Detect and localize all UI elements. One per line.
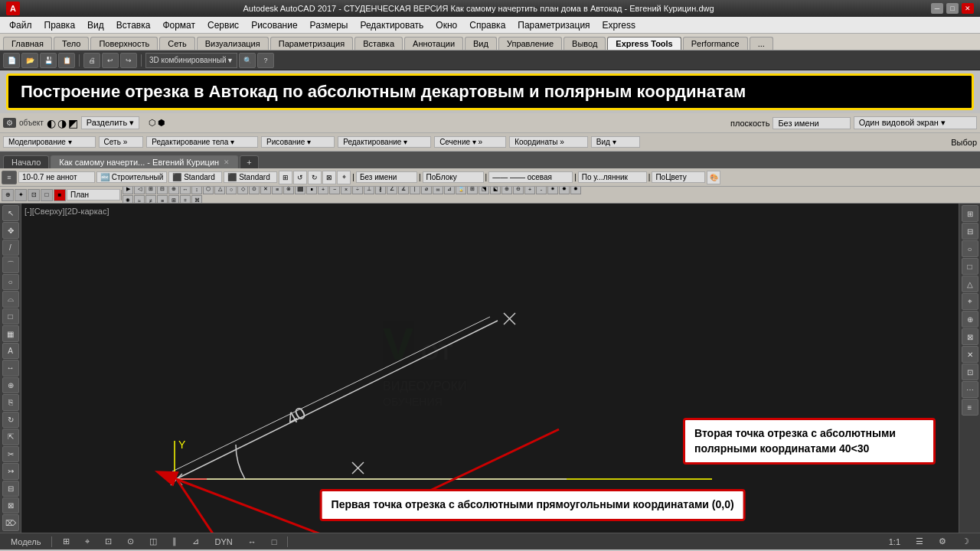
si26[interactable]: ∣: [410, 187, 420, 194]
right-tool-1[interactable]: ⊞: [962, 205, 978, 222]
edit-combo[interactable]: Редактирование ▾: [338, 136, 431, 148]
menu-insert[interactable]: Вставка: [110, 18, 157, 32]
tool-arc[interactable]: ⌓: [2, 291, 19, 307]
tool-circle[interactable]: ○: [2, 274, 19, 290]
workspace-combo[interactable]: 3D комбинированный ▼: [145, 53, 237, 68]
status-lw[interactable]: ↔: [243, 537, 261, 546]
right-tool-6[interactable]: ⌖: [962, 293, 978, 310]
status-extra[interactable]: ☽: [957, 536, 974, 546]
status-settings[interactable]: ⚙: [934, 536, 951, 546]
btn-group1-4[interactable]: ⊠: [322, 171, 336, 184]
small-btn1[interactable]: ⊕: [2, 189, 14, 201]
tool-select[interactable]: ↖: [2, 205, 19, 221]
si10[interactable]: ○: [226, 187, 237, 194]
si43[interactable]: ≠: [145, 195, 156, 204]
si45[interactable]: ⊞: [168, 195, 179, 204]
status-otrack[interactable]: ∥: [168, 536, 181, 546]
si18[interactable]: +: [318, 187, 328, 194]
si11[interactable]: ◇: [237, 187, 248, 194]
tab-parametrics[interactable]: Параметризация: [270, 37, 353, 50]
minimize-button[interactable]: ─: [931, 3, 943, 14]
tool-move[interactable]: ⊕: [2, 377, 19, 393]
style-combo[interactable]: 🔤 Строительный: [96, 171, 167, 183]
status-ducs[interactable]: ⊿: [188, 536, 204, 546]
mesh-combo[interactable]: Сеть »: [99, 136, 144, 148]
btn-group1-1[interactable]: ⊞: [279, 171, 292, 184]
si40[interactable]: ✹: [570, 187, 581, 194]
tool-rotate[interactable]: ↻: [2, 412, 19, 428]
si17[interactable]: ∎: [306, 187, 317, 194]
tool-trim[interactable]: ✂: [2, 446, 19, 462]
si7[interactable]: ↕: [191, 187, 202, 194]
menu-draw[interactable]: Рисование: [245, 18, 303, 32]
tab-view[interactable]: Вид: [465, 37, 497, 50]
si6[interactable]: ↔: [180, 187, 191, 194]
close-button[interactable]: ✕: [962, 3, 974, 14]
tool-dim[interactable]: ↔: [2, 360, 19, 376]
status-tp[interactable]: □: [267, 537, 282, 546]
section-combo[interactable]: Сечение ▾ »: [434, 136, 506, 148]
maximize-button[interactable]: □: [946, 3, 959, 14]
menu-format[interactable]: Формат: [156, 18, 201, 32]
tool-mirror[interactable]: ⊠: [2, 497, 19, 514]
si33[interactable]: ⬕: [490, 187, 501, 194]
si5[interactable]: ⊕: [168, 187, 179, 194]
tab-drawing-doc[interactable]: Как самому начерти... - Евгений Курицин …: [51, 155, 238, 168]
small-btn-red[interactable]: ■: [54, 189, 66, 201]
draw-combo[interactable]: Рисование ▾: [261, 136, 335, 148]
tab-home[interactable]: Главная: [3, 37, 52, 50]
si3[interactable]: ⊞: [145, 187, 156, 194]
standard2-combo[interactable]: ⬛ Standard: [224, 171, 277, 183]
annot-combo[interactable]: 10-0.7 не аннот: [18, 171, 95, 183]
menu-help[interactable]: Справка: [463, 18, 511, 32]
drawing-canvas[interactable]: [-][Сверху][2D-каркас] V ОТ ВИДЕОУРОКИ О…: [21, 204, 959, 533]
tab-visualization[interactable]: Визуализация: [197, 37, 269, 50]
split-btn[interactable]: Разделить ▾: [81, 116, 139, 129]
status-zoom[interactable]: 1:1: [884, 537, 905, 546]
tool-extend[interactable]: ↣: [2, 463, 19, 479]
small-btn3[interactable]: ⊡: [28, 189, 40, 201]
status-osnap[interactable]: ◫: [145, 536, 162, 546]
menu-file[interactable]: Файл: [3, 18, 38, 32]
si36[interactable]: +: [524, 187, 535, 194]
status-model[interactable]: Модель: [6, 537, 45, 546]
menu-view[interactable]: Вид: [81, 18, 110, 32]
tool-hatch[interactable]: ▦: [2, 325, 19, 341]
si27[interactable]: ⌀: [421, 187, 432, 194]
menu-edit[interactable]: Правка: [38, 18, 82, 32]
tab-solid[interactable]: Тело: [54, 37, 90, 50]
standard-combo[interactable]: ⬛ Standard: [168, 171, 222, 183]
qa-saveas[interactable]: 📋: [58, 53, 75, 68]
qa-search[interactable]: 🔍: [239, 53, 256, 68]
si31[interactable]: ⊞: [467, 187, 478, 194]
si37[interactable]: -: [536, 187, 547, 194]
si14[interactable]: ≡: [272, 187, 283, 194]
right-tool-5[interactable]: △: [962, 276, 978, 292]
viewport-combo[interactable]: Один видовой экран ▾: [854, 116, 977, 129]
tab-mesh[interactable]: Сеть: [159, 37, 194, 50]
tab-output[interactable]: Вывод: [564, 37, 606, 50]
plan-combo[interactable]: План: [67, 189, 120, 201]
tab-annotations[interactable]: Аннотации: [404, 37, 463, 50]
si13[interactable]: ✕: [260, 187, 271, 194]
si9[interactable]: △: [214, 187, 225, 194]
si4[interactable]: ⊟: [157, 187, 168, 194]
right-tool-8[interactable]: ⊠: [962, 328, 978, 345]
btn-group1-3[interactable]: ↻: [308, 171, 322, 184]
tab-more[interactable]: ...: [750, 37, 773, 50]
tab-close-icon[interactable]: ✕: [224, 158, 230, 166]
si32[interactable]: ⬔: [479, 187, 489, 194]
status-workspace[interactable]: ☰: [911, 536, 928, 546]
si16[interactable]: ⬛: [295, 187, 305, 194]
qa-save[interactable]: 💾: [40, 53, 57, 68]
tab-express-tools[interactable]: Express Tools: [607, 37, 681, 50]
right-tool-2[interactable]: ⊟: [962, 223, 978, 240]
view-combo[interactable]: Вид ▾: [591, 136, 640, 148]
tool-offset[interactable]: ⊟: [2, 481, 19, 497]
coords-combo[interactable]: Координаты »: [509, 136, 588, 148]
si8[interactable]: ⬡: [203, 187, 214, 194]
tool-scale[interactable]: ⇱: [2, 429, 19, 445]
qa-print[interactable]: 🖨: [83, 53, 100, 68]
tool-copy[interactable]: ⎘: [2, 394, 19, 410]
si21[interactable]: ÷: [352, 187, 363, 194]
